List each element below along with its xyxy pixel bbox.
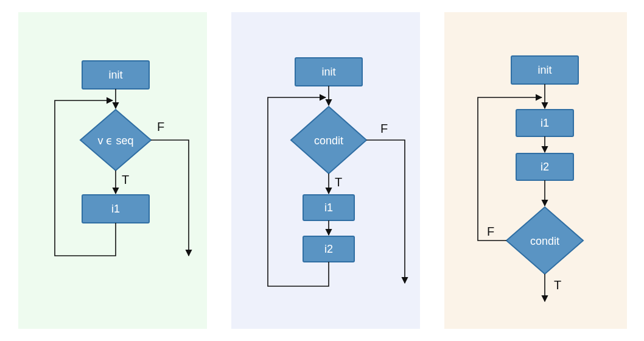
node-init-label: init	[537, 64, 551, 76]
label-true: T	[554, 278, 561, 292]
label-false: F	[487, 225, 494, 238]
label-false: F	[380, 122, 388, 135]
node-decision-label: condit	[314, 135, 343, 147]
label-true: T	[122, 173, 129, 186]
panel-bg	[18, 12, 207, 329]
node-init-label: init	[321, 66, 335, 78]
panel-repeat: repeat loop init i1 i2 condit	[444, 12, 627, 329]
node-i1-label: i1	[111, 203, 120, 215]
node-i2-label: i2	[324, 243, 333, 255]
panel-while: while loop init condit i1 i2 T	[231, 12, 420, 329]
node-i1-label: i1	[324, 202, 333, 214]
node-decision-label: condit	[530, 235, 559, 247]
panel-for: For loop init v ϵ seq i1 T	[18, 12, 207, 329]
node-decision-label: v ϵ seq	[97, 135, 133, 147]
node-init-label: init	[108, 69, 122, 81]
label-true: T	[335, 175, 342, 189]
node-i1-label: i1	[541, 117, 549, 129]
label-false: F	[157, 120, 164, 133]
node-i2-label: i2	[541, 161, 549, 173]
